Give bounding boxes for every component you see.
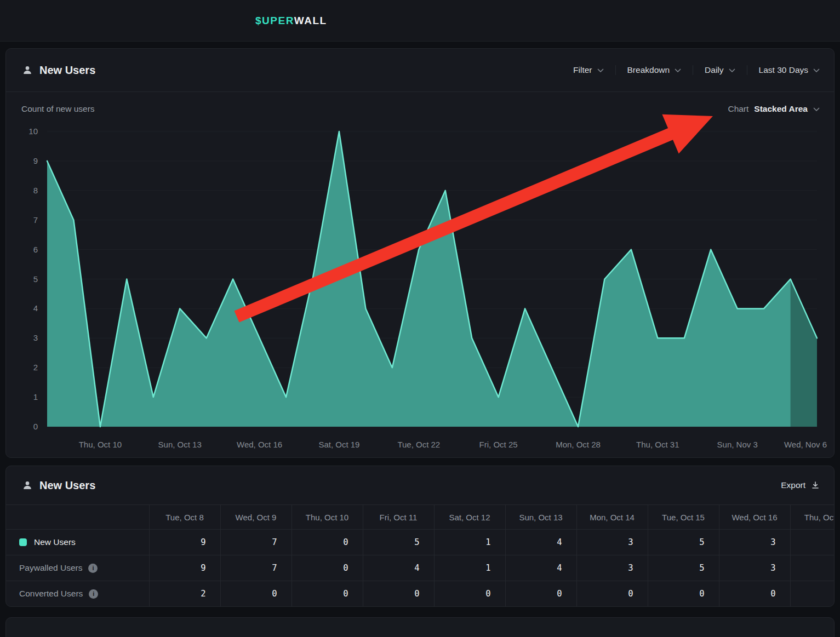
dropdown-label: Filter bbox=[573, 65, 592, 75]
table-cell bbox=[790, 530, 835, 555]
user-icon bbox=[22, 480, 32, 490]
table-header-row: Tue, Oct 8Wed, Oct 9Thu, Oct 10Fri, Oct … bbox=[6, 505, 835, 530]
x-axis-label: Thu, Oct 31 bbox=[636, 440, 679, 449]
user-icon bbox=[22, 65, 32, 75]
y-axis-label: 3 bbox=[33, 333, 38, 342]
table-cell bbox=[790, 555, 835, 581]
superwall-logo: $UPERWALL bbox=[255, 0, 327, 41]
y-axis-label: 4 bbox=[33, 303, 38, 313]
y-axis-label: 2 bbox=[33, 363, 38, 372]
x-axis-label: Sun, Nov 3 bbox=[717, 440, 758, 449]
table-cell: 0 bbox=[292, 530, 363, 555]
table-cell: 0 bbox=[576, 581, 648, 607]
y-axis-label: 1 bbox=[33, 392, 38, 401]
chevron-down-icon bbox=[597, 68, 604, 73]
table-row: Converted Usersi200000000 bbox=[6, 581, 835, 607]
chart-panel-header: New Users FilterBreakdownDailyLast 30 Da… bbox=[6, 49, 834, 92]
chevron-down-icon bbox=[813, 68, 820, 73]
column-header: Fri, Oct 11 bbox=[363, 505, 434, 530]
column-header: Tue, Oct 8 bbox=[149, 505, 220, 530]
info-icon[interactable]: i bbox=[88, 564, 98, 573]
y-axis-label: 10 bbox=[28, 127, 38, 136]
breakdown-dropdown[interactable]: Breakdown bbox=[615, 65, 693, 75]
table-cell: 0 bbox=[434, 581, 505, 607]
y-axis-label: 7 bbox=[33, 215, 38, 225]
table-corner-cell bbox=[6, 505, 149, 530]
table-cell: 1 bbox=[434, 555, 505, 581]
table-cell: 0 bbox=[292, 581, 363, 607]
x-axis-label: Fri, Oct 25 bbox=[479, 440, 518, 449]
column-header: Sun, Oct 13 bbox=[505, 505, 576, 530]
next-panel-edge bbox=[5, 617, 835, 637]
table-panel-header: New Users Export bbox=[6, 466, 834, 504]
row-label: New Users bbox=[34, 537, 76, 547]
table-cell: 0 bbox=[648, 581, 719, 607]
chart-panel-title-group: New Users bbox=[22, 64, 95, 77]
row-label: Paywalled Users bbox=[19, 563, 82, 573]
x-axis-label: Mon, Oct 28 bbox=[556, 440, 601, 449]
chart-controls: FilterBreakdownDailyLast 30 Days bbox=[562, 65, 820, 75]
new-users-chart-panel: New Users FilterBreakdownDailyLast 30 Da… bbox=[5, 48, 835, 458]
x-axis-label: Wed, Oct 16 bbox=[237, 440, 282, 449]
chart-type-select[interactable]: Chart Stacked Area bbox=[728, 104, 820, 114]
daily-dropdown[interactable]: Daily bbox=[693, 65, 746, 75]
table-cell: 0 bbox=[292, 555, 363, 581]
x-axis-label: Sun, Oct 13 bbox=[158, 440, 202, 449]
table-cell: 5 bbox=[648, 555, 719, 581]
new-users-area-chart: 012345678910Thu, Oct 10Sun, Oct 13Wed, O… bbox=[6, 120, 834, 449]
column-header: Sat, Oct 12 bbox=[434, 505, 505, 530]
row-label: Converted Users bbox=[19, 589, 83, 599]
row-label-cell: Converted Usersi bbox=[6, 581, 149, 607]
x-axis-label: Tue, Oct 22 bbox=[397, 440, 440, 449]
table-row: Paywalled Usersi970414353 bbox=[6, 555, 835, 581]
logo-suffix: WALL bbox=[294, 15, 327, 27]
dropdown-label: Last 30 Days bbox=[759, 65, 808, 75]
table-cell: 7 bbox=[220, 530, 292, 555]
export-label: Export bbox=[781, 480, 805, 490]
table-cell: 2 bbox=[149, 581, 220, 607]
table-cell: 3 bbox=[576, 530, 648, 555]
chart-sub-row: Count of new users Chart Stacked Area bbox=[6, 92, 834, 114]
table-cell: 3 bbox=[719, 555, 790, 581]
table-cell: 4 bbox=[505, 530, 576, 555]
table-cell: 9 bbox=[149, 530, 220, 555]
logo-prefix: $UPER bbox=[255, 15, 294, 27]
partial-day-overlay bbox=[791, 279, 817, 427]
column-header: Thu, Oct 17 bbox=[790, 505, 835, 530]
chart-type-label: Chart bbox=[728, 104, 748, 114]
y-axis-label: 0 bbox=[33, 422, 38, 431]
row-label-cell: New Users bbox=[6, 530, 149, 555]
table-cell bbox=[790, 581, 835, 607]
table-cell: 7 bbox=[220, 555, 292, 581]
column-header: Wed, Oct 16 bbox=[719, 505, 790, 530]
export-button[interactable]: Export bbox=[781, 480, 820, 490]
series-color-swatch bbox=[19, 538, 27, 546]
filter-dropdown[interactable]: Filter bbox=[562, 65, 615, 75]
table-cell: 5 bbox=[363, 530, 434, 555]
y-axis-label: 8 bbox=[33, 186, 38, 195]
chart-type-value: Stacked Area bbox=[754, 104, 808, 114]
table-row: New Users970514353 bbox=[6, 530, 835, 555]
table-cell: 1 bbox=[434, 530, 505, 555]
top-bar: $UPERWALL bbox=[0, 0, 840, 42]
table-cell: 0 bbox=[505, 581, 576, 607]
y-axis-label: 6 bbox=[33, 245, 38, 254]
table-cell: 5 bbox=[648, 530, 719, 555]
chevron-down-icon bbox=[813, 107, 820, 112]
dropdown-label: Breakdown bbox=[627, 65, 670, 75]
table-cell: 3 bbox=[719, 530, 790, 555]
table-cell: 0 bbox=[363, 581, 434, 607]
panel-title: New Users bbox=[39, 64, 95, 77]
x-axis-label: Wed, Nov 6 bbox=[784, 440, 827, 449]
dropdown-label: Daily bbox=[705, 65, 723, 75]
chevron-down-icon bbox=[729, 68, 735, 73]
table-panel-title-group: New Users bbox=[22, 479, 95, 492]
last-30-days-dropdown[interactable]: Last 30 Days bbox=[747, 65, 820, 75]
column-header: Wed, Oct 9 bbox=[220, 505, 292, 530]
info-icon[interactable]: i bbox=[89, 589, 98, 599]
y-axis-label: 9 bbox=[33, 156, 38, 165]
panel-title: New Users bbox=[39, 479, 95, 492]
new-users-data-table: Tue, Oct 8Wed, Oct 9Thu, Oct 10Fri, Oct … bbox=[6, 504, 835, 607]
row-label-cell: Paywalled Usersi bbox=[6, 555, 149, 581]
table-cell: 4 bbox=[505, 555, 576, 581]
